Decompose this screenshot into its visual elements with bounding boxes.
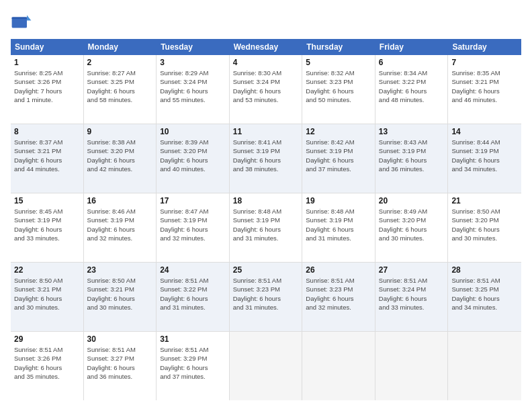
calendar-empty-cell — [302, 332, 375, 400]
calendar-row: 8Sunrise: 8:37 AM Sunset: 3:21 PM Daylig… — [11, 124, 521, 193]
day-number: 13 — [379, 127, 445, 136]
calendar-header-cell: Saturday — [448, 39, 521, 55]
calendar-day-cell: 2Sunrise: 8:27 AM Sunset: 3:25 PM Daylig… — [84, 55, 157, 124]
calendar-day-cell: 27Sunrise: 8:51 AM Sunset: 3:24 PM Dayli… — [375, 263, 449, 331]
day-detail: Sunrise: 8:30 AM Sunset: 3:24 PM Dayligh… — [233, 68, 299, 104]
calendar-empty-cell — [375, 332, 449, 400]
calendar-day-cell: 9Sunrise: 8:38 AM Sunset: 3:20 PM Daylig… — [84, 124, 157, 193]
calendar-header-cell: Wednesday — [230, 39, 303, 55]
calendar-day-cell: 22Sunrise: 8:50 AM Sunset: 3:21 PM Dayli… — [11, 263, 84, 331]
day-number: 24 — [160, 265, 226, 275]
day-number: 27 — [379, 265, 445, 275]
calendar-header-cell: Sunday — [11, 39, 84, 55]
day-number: 19 — [306, 196, 371, 205]
day-number: 31 — [160, 334, 226, 344]
calendar-empty-cell — [230, 332, 303, 400]
day-number: 29 — [14, 334, 80, 344]
svg-marker-1 — [27, 15, 31, 20]
day-detail: Sunrise: 8:37 AM Sunset: 3:21 PM Dayligh… — [14, 138, 80, 173]
day-detail: Sunrise: 8:51 AM Sunset: 3:29 PM Dayligh… — [160, 345, 226, 381]
calendar-header-cell: Tuesday — [157, 39, 230, 55]
logo-icon — [11, 11, 32, 32]
calendar-day-cell: 23Sunrise: 8:50 AM Sunset: 3:21 PM Dayli… — [84, 263, 157, 331]
day-number: 6 — [379, 58, 445, 67]
day-number: 20 — [379, 196, 445, 205]
day-detail: Sunrise: 8:51 AM Sunset: 3:24 PM Dayligh… — [379, 276, 445, 312]
day-detail: Sunrise: 8:34 AM Sunset: 3:22 PM Dayligh… — [379, 68, 445, 104]
calendar-day-cell: 7Sunrise: 8:35 AM Sunset: 3:21 PM Daylig… — [448, 55, 521, 124]
logo — [11, 11, 35, 32]
day-number: 25 — [233, 265, 299, 275]
calendar-day-cell: 20Sunrise: 8:49 AM Sunset: 3:20 PM Dayli… — [375, 193, 449, 262]
day-detail: Sunrise: 8:43 AM Sunset: 3:19 PM Dayligh… — [379, 138, 445, 173]
calendar-day-cell: 11Sunrise: 8:41 AM Sunset: 3:19 PM Dayli… — [230, 124, 303, 193]
calendar-day-cell: 21Sunrise: 8:50 AM Sunset: 3:20 PM Dayli… — [448, 193, 521, 262]
calendar-day-cell: 19Sunrise: 8:48 AM Sunset: 3:19 PM Dayli… — [302, 193, 375, 262]
svg-rect-2 — [12, 17, 27, 19]
day-number: 1 — [14, 58, 80, 67]
day-detail: Sunrise: 8:48 AM Sunset: 3:19 PM Dayligh… — [306, 207, 371, 242]
day-number: 26 — [306, 265, 371, 275]
calendar-day-cell: 8Sunrise: 8:37 AM Sunset: 3:21 PM Daylig… — [11, 124, 84, 193]
calendar-day-cell: 24Sunrise: 8:51 AM Sunset: 3:22 PM Dayli… — [157, 263, 230, 331]
day-detail: Sunrise: 8:32 AM Sunset: 3:23 PM Dayligh… — [306, 68, 371, 104]
calendar-day-cell: 15Sunrise: 8:45 AM Sunset: 3:19 PM Dayli… — [11, 193, 84, 262]
calendar-day-cell: 16Sunrise: 8:46 AM Sunset: 3:19 PM Dayli… — [84, 193, 157, 262]
day-detail: Sunrise: 8:39 AM Sunset: 3:20 PM Dayligh… — [160, 138, 226, 173]
day-number: 14 — [451, 127, 518, 136]
day-detail: Sunrise: 8:51 AM Sunset: 3:26 PM Dayligh… — [14, 345, 80, 381]
day-detail: Sunrise: 8:47 AM Sunset: 3:19 PM Dayligh… — [160, 207, 226, 242]
calendar-row: 22Sunrise: 8:50 AM Sunset: 3:21 PM Dayli… — [11, 263, 521, 332]
day-detail: Sunrise: 8:29 AM Sunset: 3:24 PM Dayligh… — [160, 68, 226, 104]
day-number: 8 — [14, 127, 80, 136]
day-detail: Sunrise: 8:51 AM Sunset: 3:22 PM Dayligh… — [160, 276, 226, 312]
day-detail: Sunrise: 8:44 AM Sunset: 3:19 PM Dayligh… — [451, 138, 518, 173]
day-detail: Sunrise: 8:41 AM Sunset: 3:19 PM Dayligh… — [233, 138, 299, 173]
day-detail: Sunrise: 8:51 AM Sunset: 3:25 PM Dayligh… — [451, 276, 518, 312]
calendar-day-cell: 5Sunrise: 8:32 AM Sunset: 3:23 PM Daylig… — [302, 55, 375, 124]
calendar-day-cell: 25Sunrise: 8:51 AM Sunset: 3:23 PM Dayli… — [230, 263, 303, 331]
day-number: 22 — [14, 265, 80, 275]
calendar-empty-cell — [448, 332, 521, 400]
calendar-day-cell: 14Sunrise: 8:44 AM Sunset: 3:19 PM Dayli… — [448, 124, 521, 193]
day-number: 7 — [451, 58, 518, 67]
day-number: 10 — [160, 127, 226, 136]
day-detail: Sunrise: 8:25 AM Sunset: 3:26 PM Dayligh… — [14, 68, 80, 104]
calendar-day-cell: 26Sunrise: 8:51 AM Sunset: 3:23 PM Dayli… — [302, 263, 375, 331]
day-number: 15 — [14, 196, 80, 205]
calendar-header: SundayMondayTuesdayWednesdayThursdayFrid… — [11, 39, 521, 55]
calendar-day-cell: 17Sunrise: 8:47 AM Sunset: 3:19 PM Dayli… — [157, 193, 230, 262]
calendar-day-cell: 1Sunrise: 8:25 AM Sunset: 3:26 PM Daylig… — [11, 55, 84, 124]
day-detail: Sunrise: 8:51 AM Sunset: 3:23 PM Dayligh… — [233, 276, 299, 312]
day-detail: Sunrise: 8:38 AM Sunset: 3:20 PM Dayligh… — [87, 138, 153, 173]
calendar-row: 15Sunrise: 8:45 AM Sunset: 3:19 PM Dayli… — [11, 193, 521, 263]
calendar-day-cell: 13Sunrise: 8:43 AM Sunset: 3:19 PM Dayli… — [375, 124, 449, 193]
day-number: 18 — [233, 196, 299, 205]
day-number: 28 — [451, 265, 518, 275]
calendar-day-cell: 10Sunrise: 8:39 AM Sunset: 3:20 PM Dayli… — [157, 124, 230, 193]
calendar-day-cell: 31Sunrise: 8:51 AM Sunset: 3:29 PM Dayli… — [157, 332, 230, 400]
calendar-day-cell: 28Sunrise: 8:51 AM Sunset: 3:25 PM Dayli… — [448, 263, 521, 331]
calendar-day-cell: 3Sunrise: 8:29 AM Sunset: 3:24 PM Daylig… — [157, 55, 230, 124]
calendar-header-cell: Thursday — [302, 39, 375, 55]
day-detail: Sunrise: 8:51 AM Sunset: 3:27 PM Dayligh… — [87, 345, 153, 381]
calendar-header-cell: Monday — [84, 39, 157, 55]
day-detail: Sunrise: 8:50 AM Sunset: 3:20 PM Dayligh… — [451, 207, 518, 242]
calendar-day-cell: 18Sunrise: 8:48 AM Sunset: 3:19 PM Dayli… — [230, 193, 303, 262]
day-number: 16 — [87, 196, 153, 205]
calendar: SundayMondayTuesdayWednesdayThursdayFrid… — [11, 39, 521, 400]
day-detail: Sunrise: 8:49 AM Sunset: 3:20 PM Dayligh… — [379, 207, 445, 242]
day-number: 4 — [233, 58, 299, 67]
day-number: 2 — [87, 58, 153, 67]
day-number: 30 — [87, 334, 153, 344]
calendar-body: 1Sunrise: 8:25 AM Sunset: 3:26 PM Daylig… — [11, 55, 521, 400]
page-header — [11, 11, 521, 32]
day-detail: Sunrise: 8:45 AM Sunset: 3:19 PM Dayligh… — [14, 207, 80, 242]
day-number: 5 — [306, 58, 371, 67]
day-detail: Sunrise: 8:50 AM Sunset: 3:21 PM Dayligh… — [87, 276, 153, 312]
calendar-day-cell: 4Sunrise: 8:30 AM Sunset: 3:24 PM Daylig… — [230, 55, 303, 124]
day-number: 12 — [306, 127, 371, 136]
day-number: 21 — [451, 196, 518, 205]
calendar-day-cell: 12Sunrise: 8:42 AM Sunset: 3:19 PM Dayli… — [302, 124, 375, 193]
day-number: 17 — [160, 196, 226, 205]
